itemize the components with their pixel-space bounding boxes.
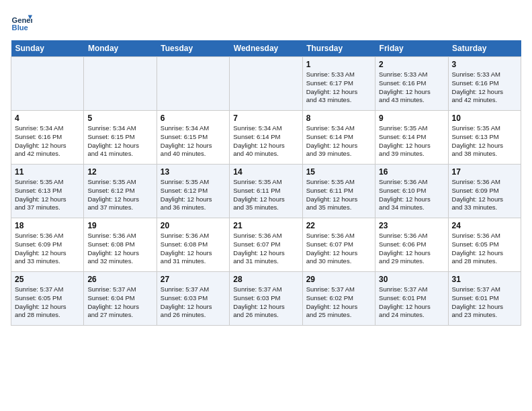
calendar-cell: 1Sunrise: 5:33 AM Sunset: 6:17 PM Daylig…: [302, 57, 375, 111]
calendar-cell: [230, 57, 302, 111]
calendar-week-row: 25Sunrise: 5:37 AM Sunset: 6:05 PM Dayli…: [11, 272, 521, 326]
day-info: Sunrise: 5:36 AM Sunset: 6:10 PM Dayligh…: [379, 178, 444, 212]
calendar-cell: 27Sunrise: 5:37 AM Sunset: 6:03 PM Dayli…: [157, 272, 229, 326]
day-number: 26: [87, 275, 152, 284]
calendar-week-row: 18Sunrise: 5:36 AM Sunset: 6:09 PM Dayli…: [11, 218, 521, 272]
day-number: 6: [161, 113, 226, 123]
calendar-cell: 26Sunrise: 5:37 AM Sunset: 6:04 PM Dayli…: [84, 272, 157, 326]
day-number: 1: [306, 60, 371, 69]
calendar-cell: 31Sunrise: 5:37 AM Sunset: 6:01 PM Dayli…: [448, 272, 521, 326]
day-info: Sunrise: 5:36 AM Sunset: 6:09 PM Dayligh…: [452, 178, 517, 212]
day-number: 22: [306, 221, 371, 230]
day-number: 20: [161, 221, 226, 230]
calendar-cell: 12Sunrise: 5:35 AM Sunset: 6:12 PM Dayli…: [84, 165, 157, 218]
day-number: 10: [452, 113, 517, 123]
header-sunday: Sunday: [11, 40, 84, 57]
calendar-cell: [84, 57, 157, 111]
day-number: 11: [15, 167, 80, 177]
calendar-cell: 6Sunrise: 5:34 AM Sunset: 6:15 PM Daylig…: [157, 111, 229, 165]
day-number: 28: [233, 275, 298, 284]
day-info: Sunrise: 5:36 AM Sunset: 6:08 PM Dayligh…: [87, 232, 152, 266]
day-number: 19: [87, 221, 152, 230]
day-number: 30: [379, 275, 444, 284]
header-thursday: Thursday: [302, 40, 375, 57]
day-number: 18: [15, 221, 80, 230]
day-info: Sunrise: 5:37 AM Sunset: 6:01 PM Dayligh…: [452, 285, 517, 320]
calendar-cell: [157, 57, 229, 111]
day-info: Sunrise: 5:36 AM Sunset: 6:07 PM Dayligh…: [233, 232, 298, 266]
calendar-cell: 18Sunrise: 5:36 AM Sunset: 6:09 PM Dayli…: [11, 218, 84, 272]
calendar-cell: 16Sunrise: 5:36 AM Sunset: 6:10 PM Dayli…: [375, 165, 448, 218]
day-number: 2: [379, 60, 444, 69]
day-info: Sunrise: 5:36 AM Sunset: 6:07 PM Dayligh…: [306, 232, 371, 266]
calendar-cell: 9Sunrise: 5:35 AM Sunset: 6:14 PM Daylig…: [375, 111, 448, 165]
calendar-cell: 29Sunrise: 5:37 AM Sunset: 6:02 PM Dayli…: [302, 272, 375, 326]
day-info: Sunrise: 5:36 AM Sunset: 6:05 PM Dayligh…: [452, 232, 517, 266]
calendar-cell: 10Sunrise: 5:35 AM Sunset: 6:13 PM Dayli…: [448, 111, 521, 165]
calendar-cell: 19Sunrise: 5:36 AM Sunset: 6:08 PM Dayli…: [84, 218, 157, 272]
day-info: Sunrise: 5:35 AM Sunset: 6:12 PM Dayligh…: [87, 178, 152, 212]
day-info: Sunrise: 5:37 AM Sunset: 6:03 PM Dayligh…: [233, 285, 298, 320]
calendar-cell: 2Sunrise: 5:33 AM Sunset: 6:16 PM Daylig…: [375, 57, 448, 111]
day-number: 29: [306, 275, 371, 284]
day-info: Sunrise: 5:33 AM Sunset: 6:16 PM Dayligh…: [452, 71, 517, 105]
header-saturday: Saturday: [448, 40, 521, 57]
day-info: Sunrise: 5:35 AM Sunset: 6:13 PM Dayligh…: [15, 178, 80, 212]
day-number: 25: [15, 275, 80, 284]
day-info: Sunrise: 5:37 AM Sunset: 6:02 PM Dayligh…: [306, 285, 371, 320]
day-number: 9: [379, 113, 444, 123]
day-info: Sunrise: 5:36 AM Sunset: 6:06 PM Dayligh…: [379, 232, 444, 266]
calendar-table: SundayMondayTuesdayWednesdayThursdayFrid…: [11, 40, 521, 326]
day-number: 27: [161, 275, 226, 284]
day-info: Sunrise: 5:35 AM Sunset: 6:12 PM Dayligh…: [161, 178, 226, 212]
logo: General Blue: [11, 11, 35, 32]
calendar-cell: 25Sunrise: 5:37 AM Sunset: 6:05 PM Dayli…: [11, 272, 84, 326]
calendar-week-row: 1Sunrise: 5:33 AM Sunset: 6:17 PM Daylig…: [11, 57, 521, 111]
day-info: Sunrise: 5:37 AM Sunset: 6:05 PM Dayligh…: [15, 285, 80, 320]
day-info: Sunrise: 5:34 AM Sunset: 6:14 PM Dayligh…: [233, 124, 298, 158]
day-number: 24: [452, 221, 517, 230]
day-number: 8: [306, 113, 371, 123]
calendar-cell: 23Sunrise: 5:36 AM Sunset: 6:06 PM Dayli…: [375, 218, 448, 272]
day-info: Sunrise: 5:34 AM Sunset: 6:15 PM Dayligh…: [87, 124, 152, 158]
day-number: 7: [233, 113, 298, 123]
day-number: 23: [379, 221, 444, 230]
day-info: Sunrise: 5:37 AM Sunset: 6:04 PM Dayligh…: [87, 285, 152, 320]
calendar-cell: 28Sunrise: 5:37 AM Sunset: 6:03 PM Dayli…: [230, 272, 302, 326]
calendar-cell: [11, 57, 84, 111]
day-info: Sunrise: 5:33 AM Sunset: 6:17 PM Dayligh…: [306, 71, 371, 105]
header-tuesday: Tuesday: [157, 40, 229, 57]
day-number: 13: [161, 167, 226, 177]
day-number: 31: [452, 275, 517, 284]
page-header: General Blue: [11, 11, 521, 32]
day-info: Sunrise: 5:37 AM Sunset: 6:01 PM Dayligh…: [379, 285, 444, 320]
calendar-header-row: SundayMondayTuesdayWednesdayThursdayFrid…: [11, 40, 521, 57]
calendar-cell: 14Sunrise: 5:35 AM Sunset: 6:11 PM Dayli…: [230, 165, 302, 218]
header-monday: Monday: [84, 40, 157, 57]
day-number: 3: [452, 60, 517, 69]
day-info: Sunrise: 5:34 AM Sunset: 6:16 PM Dayligh…: [15, 124, 80, 158]
calendar-cell: 8Sunrise: 5:34 AM Sunset: 6:14 PM Daylig…: [302, 111, 375, 165]
day-number: 5: [87, 113, 152, 123]
day-info: Sunrise: 5:36 AM Sunset: 6:09 PM Dayligh…: [15, 232, 80, 266]
day-info: Sunrise: 5:35 AM Sunset: 6:14 PM Dayligh…: [379, 124, 444, 158]
calendar-cell: 21Sunrise: 5:36 AM Sunset: 6:07 PM Dayli…: [230, 218, 302, 272]
calendar-cell: 7Sunrise: 5:34 AM Sunset: 6:14 PM Daylig…: [230, 111, 302, 165]
logo-icon: General Blue: [11, 11, 32, 32]
calendar-cell: 24Sunrise: 5:36 AM Sunset: 6:05 PM Dayli…: [448, 218, 521, 272]
day-info: Sunrise: 5:35 AM Sunset: 6:11 PM Dayligh…: [233, 178, 298, 212]
day-number: 15: [306, 167, 371, 177]
day-info: Sunrise: 5:34 AM Sunset: 6:15 PM Dayligh…: [161, 124, 226, 158]
calendar-week-row: 4Sunrise: 5:34 AM Sunset: 6:16 PM Daylig…: [11, 111, 521, 165]
day-number: 17: [452, 167, 517, 177]
calendar-cell: 11Sunrise: 5:35 AM Sunset: 6:13 PM Dayli…: [11, 165, 84, 218]
day-info: Sunrise: 5:34 AM Sunset: 6:14 PM Dayligh…: [306, 124, 371, 158]
day-number: 4: [15, 113, 80, 123]
calendar-cell: 22Sunrise: 5:36 AM Sunset: 6:07 PM Dayli…: [302, 218, 375, 272]
calendar-cell: 4Sunrise: 5:34 AM Sunset: 6:16 PM Daylig…: [11, 111, 84, 165]
calendar-cell: 13Sunrise: 5:35 AM Sunset: 6:12 PM Dayli…: [157, 165, 229, 218]
day-info: Sunrise: 5:36 AM Sunset: 6:08 PM Dayligh…: [161, 232, 226, 266]
calendar-cell: 17Sunrise: 5:36 AM Sunset: 6:09 PM Dayli…: [448, 165, 521, 218]
day-number: 12: [87, 167, 152, 177]
header-friday: Friday: [375, 40, 448, 57]
